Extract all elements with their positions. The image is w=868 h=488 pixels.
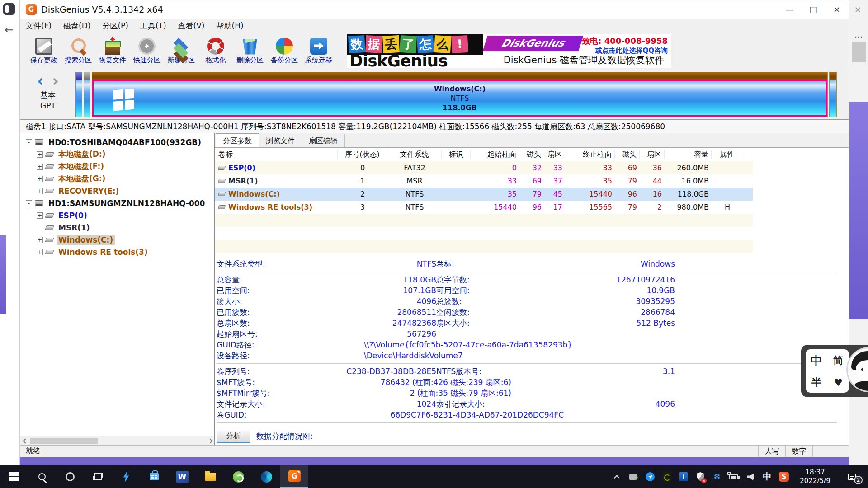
- column-header-4[interactable]: 起始柱面: [471, 150, 519, 159]
- analyze-button[interactable]: 分析: [217, 430, 250, 443]
- taskbar-diskgenius-button[interactable]: G: [280, 465, 308, 488]
- quick-partition-button[interactable]: 快速分区: [130, 34, 164, 68]
- column-header-3[interactable]: 标识: [442, 150, 471, 159]
- column-header-11[interactable]: 属性: [712, 150, 743, 159]
- tree-item[interactable]: -HD1:SAMSUNGMZNLN128HAHQ-000: [20, 197, 214, 209]
- tray-intel-button[interactable]: i: [677, 465, 690, 488]
- expand-icon[interactable]: +: [37, 237, 43, 243]
- system-migrate-button[interactable]: 系统迁移: [302, 34, 336, 68]
- ime-key-1[interactable]: 简: [833, 354, 843, 367]
- taskbar-task-view-button[interactable]: [84, 465, 112, 488]
- collapse-icon[interactable]: -: [26, 139, 32, 145]
- tray-volume-button[interactable]: ): [744, 465, 757, 488]
- table-row[interactable]: ESP(0)0FAT3203233336936260.0MB: [215, 161, 753, 174]
- tree-item[interactable]: +本地磁盘(D:): [20, 148, 214, 160]
- taskbar-browser-360-button[interactable]: [224, 465, 252, 488]
- expand-icon[interactable]: +: [37, 164, 43, 170]
- menu-item-5[interactable]: 帮助(H): [217, 21, 244, 31]
- tree-item[interactable]: MSR(1): [20, 221, 214, 234]
- new-partition-button[interactable]: 新建分区: [164, 34, 198, 68]
- expand-icon[interactable]: +: [37, 176, 43, 182]
- expand-icon[interactable]: +: [37, 188, 43, 194]
- scrollbar-thumb[interactable]: [30, 438, 98, 444]
- menu-item-4[interactable]: 查看(V): [178, 21, 205, 31]
- expand-icon[interactable]: +: [37, 249, 43, 255]
- table-row[interactable]: Windows RE tools(3)3NTFS1544096171556579…: [215, 201, 753, 214]
- tray-tim-button[interactable]: [644, 465, 656, 488]
- save-button[interactable]: 保存更改: [27, 34, 61, 68]
- column-header-1[interactable]: 序号(状态): [338, 150, 387, 159]
- partition-icon: [45, 250, 54, 254]
- tray-tray-expand-button[interactable]: [610, 465, 623, 488]
- tree-item[interactable]: +Windows(C:): [20, 234, 214, 246]
- partition-bar-msr[interactable]: [84, 72, 90, 117]
- column-header-0[interactable]: 卷标: [215, 150, 338, 159]
- prev-disk-icon[interactable]: [38, 78, 45, 85]
- search-button[interactable]: 搜索分区: [61, 34, 95, 68]
- taskbar-search-button[interactable]: [28, 465, 56, 488]
- ad-banner[interactable]: 数据丢了怎么! DiskGenius DiskGenius 致电: 400-00…: [347, 34, 671, 68]
- collapse-icon[interactable]: -: [26, 200, 32, 206]
- scroll-right-icon[interactable]: [205, 436, 214, 445]
- menu-item-2[interactable]: 分区(P): [102, 21, 128, 31]
- taskbar-start-button[interactable]: [0, 465, 28, 488]
- table-row[interactable]: Windows(C:)2NTFS357945154409616118.0GB: [215, 188, 753, 201]
- close-button[interactable]: ×: [825, 0, 849, 19]
- tab-1[interactable]: 浏览文件: [259, 134, 302, 147]
- minimize-button[interactable]: —: [778, 0, 802, 19]
- maximize-button[interactable]: □: [802, 0, 825, 19]
- tab-0[interactable]: 分区参数: [216, 133, 259, 147]
- partition-bar-esp[interactable]: [75, 72, 82, 117]
- ime-key-3[interactable]: ♥: [834, 377, 843, 388]
- expand-icon[interactable]: +: [37, 151, 43, 158]
- ime-key-2[interactable]: 半: [811, 375, 821, 389]
- partition-bar-windows-c[interactable]: Windows(C:) NTFS 118.0GB: [92, 72, 828, 117]
- tray-defender-button[interactable]: ×: [694, 465, 707, 488]
- notification-center-button[interactable]: 2: [840, 465, 864, 488]
- expand-icon[interactable]: +: [37, 212, 43, 219]
- tree-item[interactable]: +ESP(0): [20, 209, 214, 221]
- partition-icon: [45, 238, 54, 242]
- column-header-7[interactable]: 终止柱面: [565, 150, 615, 159]
- taskbar-thunder-button[interactable]: [112, 465, 140, 488]
- menu-item-1[interactable]: 磁盘(D): [63, 21, 90, 31]
- tray-printer-button[interactable]: [627, 465, 640, 488]
- menu-item-3[interactable]: 工具(T): [140, 21, 166, 31]
- tree-item[interactable]: -HD0:TOSHIBAMQ04ABF100(932GB): [20, 136, 214, 148]
- column-header-6[interactable]: 扇区: [544, 150, 565, 159]
- tab-2[interactable]: 扇区编辑: [302, 134, 345, 147]
- ime-key-0[interactable]: 中: [811, 353, 822, 369]
- delete-partition-button[interactable]: 删除分区: [233, 34, 267, 68]
- column-header-5[interactable]: 磁头: [519, 150, 544, 159]
- tray-snowflake-button[interactable]: ❄: [711, 465, 723, 488]
- partition-bar-re-tools[interactable]: [829, 72, 837, 117]
- tray-sogou-button[interactable]: S: [778, 465, 790, 488]
- format-button[interactable]: 格式化: [198, 34, 233, 68]
- tray-nvidia-button[interactable]: [660, 465, 673, 488]
- column-header-2[interactable]: 文件系统: [387, 150, 442, 159]
- table-row[interactable]: MSR(1)1MSR33693735794416.0MB: [215, 174, 753, 188]
- scroll-left-icon[interactable]: [20, 436, 29, 445]
- ime-widget[interactable]: 中简半♥: [801, 345, 868, 397]
- menu-item-0[interactable]: 文件(F): [26, 21, 52, 31]
- backup-partition-button[interactable]: 备份分区: [267, 34, 302, 68]
- tree-item[interactable]: +Windows RE tools(3): [20, 246, 214, 258]
- taskbar-explorer-button[interactable]: [196, 465, 224, 488]
- column-header-8[interactable]: 磁头: [615, 150, 640, 159]
- tree-item[interactable]: +本地磁盘(G:): [20, 173, 214, 185]
- tree-item[interactable]: +本地磁盘(F:): [20, 160, 214, 173]
- ime-status-box[interactable]: 中简半♥: [806, 349, 849, 393]
- tree-horizontal-scrollbar[interactable]: [20, 436, 214, 445]
- tree-item[interactable]: +RECOVERY(E:): [20, 185, 214, 197]
- taskbar-clock[interactable]: 18:37 2022/5/9: [794, 468, 836, 485]
- column-header-9[interactable]: 扇区: [640, 150, 665, 159]
- taskbar-edge-button[interactable]: [252, 465, 280, 488]
- next-disk-icon[interactable]: [51, 78, 58, 85]
- tray-battery-button[interactable]: [727, 465, 740, 488]
- taskbar-word-button[interactable]: W: [168, 465, 196, 488]
- taskbar-store-button[interactable]: [140, 465, 168, 488]
- tray-ime-indicator-button[interactable]: 中: [761, 465, 774, 488]
- taskbar-cortana-button[interactable]: [56, 465, 84, 488]
- column-header-10[interactable]: 容量: [665, 150, 712, 159]
- recover-files-button[interactable]: 恢复文件: [95, 34, 130, 68]
